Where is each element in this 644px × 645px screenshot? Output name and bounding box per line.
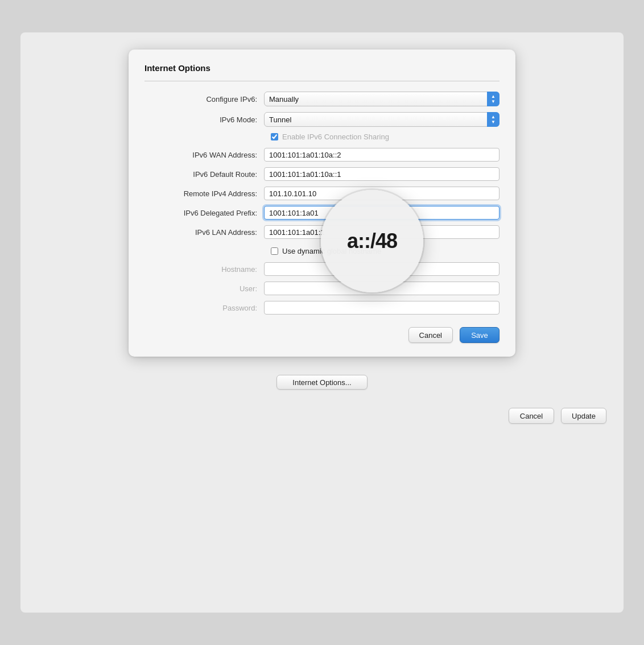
ipv6-wan-row: IPv6 WAN Address: bbox=[145, 148, 499, 162]
user-row: User: bbox=[145, 282, 499, 295]
delegated-prefix-label: IPv6 Delegated Prefix: bbox=[145, 209, 264, 217]
remote-ipv4-input[interactable] bbox=[264, 187, 499, 200]
save-button[interactable]: Save bbox=[460, 327, 499, 343]
panel-title: Internet Options bbox=[145, 63, 499, 73]
remote-ipv4-label: Remote IPv4 Address: bbox=[145, 189, 264, 198]
configure-ipv6-row: Configure IPv6: Manually Automatically O… bbox=[145, 92, 499, 106]
enable-sharing-checkbox[interactable] bbox=[271, 133, 278, 140]
ipv6-default-route-input[interactable] bbox=[264, 167, 499, 181]
ipv6-default-route-label: IPv6 Default Route: bbox=[145, 170, 264, 179]
ipv6-wan-input[interactable] bbox=[264, 148, 499, 162]
outer-bottom-row: Cancel Update bbox=[20, 408, 624, 424]
user-input[interactable] bbox=[264, 282, 499, 295]
hostname-input[interactable] bbox=[264, 262, 499, 276]
configure-ipv6-select[interactable]: Manually Automatically Off bbox=[264, 92, 499, 106]
dynamic-hostname-label: Use dynamic global hostname bbox=[282, 247, 381, 255]
outer-panel: Internet Options Configure IPv6: Manuall… bbox=[20, 32, 624, 613]
ipv6-default-route-row: IPv6 Default Route: bbox=[145, 167, 499, 181]
configure-ipv6-label: Configure IPv6: bbox=[145, 95, 264, 104]
magnifier-overlay: a::/48 bbox=[321, 190, 423, 292]
internet-options-button[interactable]: Internet Options... bbox=[276, 375, 368, 390]
ipv6-lan-row: IPv6 LAN Address: bbox=[145, 225, 499, 239]
cancel-button[interactable]: Cancel bbox=[408, 327, 453, 343]
dialog-panel: Internet Options Configure IPv6: Manuall… bbox=[129, 49, 515, 357]
ipv6-mode-label: IPv6 Mode: bbox=[145, 115, 264, 124]
ipv6-mode-row: IPv6 Mode: Tunnel Native 6to4 ▲ ▼ bbox=[145, 112, 499, 127]
enable-sharing-row: Enable IPv6 Connection Sharing bbox=[271, 133, 499, 141]
delegated-prefix-input[interactable] bbox=[264, 206, 499, 220]
divider bbox=[145, 81, 499, 81]
ipv6-lan-label: IPv6 LAN Address: bbox=[145, 228, 264, 237]
enable-sharing-label: Enable IPv6 Connection Sharing bbox=[282, 133, 389, 141]
hostname-row: Hostname: bbox=[145, 262, 499, 276]
ipv6-wan-label: IPv6 WAN Address: bbox=[145, 151, 264, 159]
ipv6-mode-select[interactable]: Tunnel Native 6to4 bbox=[264, 112, 499, 127]
user-label: User: bbox=[145, 284, 264, 293]
password-row: Password: bbox=[145, 301, 499, 315]
configure-ipv6-select-wrapper: Manually Automatically Off ▲ ▼ bbox=[264, 92, 499, 106]
dynamic-hostname-checkbox[interactable] bbox=[271, 247, 278, 255]
outer-update-button[interactable]: Update bbox=[561, 408, 606, 424]
ipv6-lan-input[interactable] bbox=[264, 225, 499, 239]
dialog-button-row: Cancel Save bbox=[145, 327, 499, 343]
outer-cancel-button[interactable]: Cancel bbox=[509, 408, 554, 424]
password-label: Password: bbox=[145, 304, 264, 312]
password-input[interactable] bbox=[264, 301, 499, 315]
delegated-prefix-row: IPv6 Delegated Prefix: a::/48 bbox=[145, 206, 499, 220]
dynamic-hostname-row: Use dynamic global hostname bbox=[271, 247, 499, 255]
ipv6-mode-select-wrapper: Tunnel Native 6to4 ▲ ▼ bbox=[264, 112, 499, 127]
hostname-label: Hostname: bbox=[145, 265, 264, 274]
remote-ipv4-row: Remote IPv4 Address: bbox=[145, 187, 499, 200]
